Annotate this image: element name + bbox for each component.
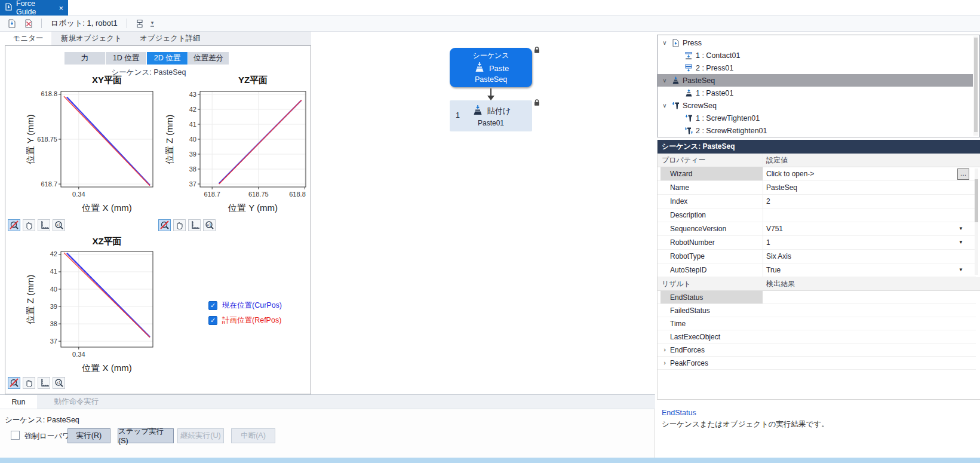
result-row-failedstatus[interactable]: FailedStatus — [657, 304, 976, 317]
axis-scale-icon[interactable] — [38, 219, 50, 231]
description-title: EndStatus — [662, 409, 696, 417]
paste-icon — [683, 89, 694, 97]
flow-layout-icon[interactable] — [134, 17, 146, 29]
force-low-power-checkbox[interactable] — [11, 431, 20, 440]
tree-item-contact01[interactable]: 1 : Contact01 — [658, 49, 973, 62]
property-row-index[interactable]: Index 2 — [657, 195, 976, 208]
tab-object-detail[interactable]: オブジェクト詳細 — [131, 32, 209, 45]
monitor-tab-strip: モニター 新規オブジェクト オブジェクト詳細 — [5, 32, 311, 45]
tree-item-label: 1 : Paste01 — [696, 89, 733, 97]
svg-text:39: 39 — [189, 151, 196, 158]
screw-retighten-icon — [683, 127, 694, 135]
properties-scrollbar-thumb[interactable] — [975, 179, 978, 222]
chevron-right-icon[interactable]: › — [660, 359, 669, 366]
tree-scrollbar[interactable] — [973, 36, 978, 136]
svg-text:位置 X (mm): 位置 X (mm) — [81, 203, 131, 213]
tree-item-label: PasteSeq — [683, 76, 715, 85]
tab-monitor[interactable]: モニター — [5, 32, 51, 45]
description-text: シーケンスまたはオブジェクトの実行結果です。 — [662, 419, 829, 430]
refpos-label: 計画位置(RefPos) — [222, 315, 281, 326]
pan-hand-icon[interactable] — [23, 219, 35, 231]
result-row-lastexecobject[interactable]: LastExecObject — [657, 330, 976, 344]
property-row-description[interactable]: Description — [657, 208, 976, 222]
legend-curpos: ✓ 現在位置(CurPos) — [208, 301, 282, 311]
delete-data-icon[interactable] — [23, 17, 35, 29]
result-row-time[interactable]: Time — [657, 317, 976, 330]
chart-xz-plane[interactable]: 4241403938370.34位置 X (mm)位置 Z (mm) — [26, 247, 159, 376]
tab-run[interactable]: Run — [0, 395, 37, 409]
flow-arrow-icon — [487, 96, 494, 100]
tree-item-screwseq[interactable]: ∨ ScrewSeq — [658, 99, 973, 112]
tree-item-press[interactable]: ∨ Press — [658, 36, 973, 49]
chevron-down-icon[interactable]: ∨ — [660, 39, 669, 46]
execute-button[interactable]: 実行(R) — [67, 428, 110, 443]
zoom-select-icon[interactable] — [8, 219, 20, 231]
property-row-name[interactable]: Name PasteSeq — [657, 181, 976, 195]
axis-scale-icon[interactable] — [188, 219, 201, 231]
chart-yz-plane[interactable]: 43424140393837618.7618.75618.8位置 Y (mm)位… — [165, 87, 312, 216]
tab-new-object[interactable]: 新規オブジェクト — [51, 32, 131, 45]
results-column-header: リザルト 検出結果 — [657, 277, 980, 291]
legend-refpos: ✓ 計画位置(RefPos) — [208, 315, 281, 326]
tree-item-paste01[interactable]: 1 : Paste01 — [658, 87, 973, 99]
tree-item-press01[interactable]: 2 : Press01 — [658, 62, 973, 74]
view-button-1d-position[interactable]: 1D 位置 — [106, 52, 146, 65]
status-strip — [0, 458, 980, 463]
toolbar-overflow-icon[interactable]: ▾ — [150, 20, 155, 27]
property-row-wizard[interactable]: Wizard Click to open-> — [657, 167, 976, 181]
view-button-position-diff[interactable]: 位置差分 — [188, 52, 229, 65]
svg-text:41: 41 — [50, 268, 57, 275]
curpos-checkbox[interactable]: ✓ — [208, 301, 217, 310]
flow-step-node[interactable]: 1 貼付け Paste01 — [450, 100, 532, 131]
property-row-robotnumber[interactable]: RobotNumber 1 — [657, 236, 976, 250]
chevron-down-icon[interactable]: ∨ — [660, 102, 669, 109]
refpos-checkbox[interactable]: ✓ — [208, 316, 217, 325]
view-button-2d-position[interactable]: 2D 位置 — [147, 52, 188, 65]
step-execute-button[interactable]: ステップ実行(S) — [118, 428, 174, 443]
property-row-autostepid[interactable]: AutoStepID True — [657, 263, 976, 277]
save-data-icon[interactable] — [6, 17, 18, 29]
view-button-force[interactable]: 力 — [64, 52, 105, 65]
dropdown-icon[interactable]: ▼ — [959, 267, 963, 272]
result-row-endforces[interactable]: EndForces — [657, 344, 976, 357]
robot-selector[interactable]: ロボット: 1, robot1 — [48, 18, 120, 29]
zoom-reset-icon[interactable]: ×1 — [203, 219, 216, 231]
continue-execute-button: 継続実行(U) — [177, 428, 224, 443]
pan-hand-icon[interactable] — [173, 219, 186, 231]
tree-item-screwtighten01[interactable]: 1 : ScrewTighten01 — [658, 112, 973, 124]
tree-item-screwretighten01[interactable]: 2 : ScrewRetighten01 — [658, 124, 973, 137]
flow-step-type: 貼付け — [487, 106, 511, 116]
svg-text:位置 X (mm): 位置 X (mm) — [81, 363, 131, 373]
chart-toolbar-yz: ×1 — [158, 219, 216, 231]
axis-scale-icon[interactable] — [38, 377, 50, 389]
object-explorer-panel: ∨ Press 1 : Contact01 2 : Press01 ∨ Past… — [657, 0, 980, 463]
sequence-tree: ∨ Press 1 : Contact01 2 : Press01 ∨ Past… — [657, 35, 980, 137]
properties-scrollbar[interactable] — [975, 168, 978, 275]
flow-sequence-node[interactable]: シーケンス Paste PasteSeq — [450, 48, 532, 87]
zoom-reset-icon[interactable]: ×1 — [53, 377, 65, 389]
chevron-right-icon[interactable]: › — [660, 346, 669, 353]
toolbar-separator — [127, 19, 127, 28]
wizard-open-button[interactable]: … — [957, 168, 969, 180]
result-row-peakforces[interactable]: PeakForces — [657, 357, 976, 370]
zoom-select-icon[interactable] — [8, 377, 20, 389]
svg-text:位置 Z (mm): 位置 Z (mm) — [26, 275, 35, 324]
view-mode-switcher: 力 1D 位置 2D 位置 位置差分 — [64, 52, 229, 65]
property-row-sequenceversion[interactable]: SequenceVersion V751 — [657, 222, 976, 236]
dropdown-icon[interactable]: ▼ — [959, 226, 963, 231]
chart-title-xy: XY平面 — [61, 75, 153, 86]
result-row-endstatus[interactable]: EndStatus — [657, 291, 976, 304]
chevron-down-icon[interactable]: ∨ — [660, 77, 669, 84]
tree-scrollbar-thumb[interactable] — [974, 38, 978, 132]
tree-item-pasteseq[interactable]: ∨ PasteSeq — [658, 74, 973, 87]
tree-item-label: 2 : ScrewRetighten01 — [696, 127, 767, 135]
contact-object-icon — [683, 51, 694, 60]
dropdown-icon[interactable]: ▼ — [959, 240, 963, 245]
zoom-reset-icon[interactable]: ×1 — [53, 219, 65, 231]
tab-force-guide[interactable]: Force Guide × — [0, 0, 68, 16]
property-row-robottype[interactable]: RobotType Six Axis — [657, 250, 976, 263]
pan-hand-icon[interactable] — [23, 377, 35, 389]
chart-xy-plane[interactable]: 618.8618.75618.70.34位置 X (mm)位置 Y (mm) — [26, 87, 159, 216]
close-icon[interactable]: × — [59, 4, 63, 12]
zoom-select-icon[interactable] — [158, 219, 171, 231]
